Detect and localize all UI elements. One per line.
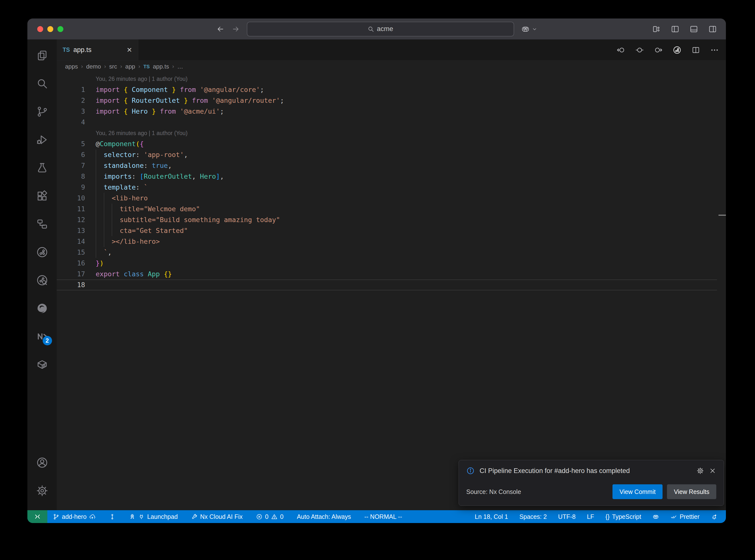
code-line-7[interactable]: 7 standalone: true, [57,160,717,171]
code-line-16[interactable]: 16}) [57,258,717,269]
nx-graph-icon[interactable] [673,46,681,55]
customize-layout-button[interactable] [652,25,661,34]
auto-attach[interactable]: Auto Attach: Always [297,513,351,520]
code-line-6[interactable]: 6 selector: 'app-root', [57,149,717,160]
source-control-icon[interactable] [30,100,54,123]
code-line-4[interactable]: 4 [57,117,717,128]
code-line-10[interactable]: 10 <lib-hero [57,193,717,204]
breadcrumb-item-apps[interactable]: apps [65,63,78,70]
toggle-secondary-sidebar-button[interactable] [708,25,717,34]
breadcrumb-item-[interactable]: … [177,63,183,70]
code-line-17[interactable]: 17export class App {} [57,269,717,280]
line-number-18[interactable]: 18 [57,280,85,290]
code-line-18[interactable]: 18 [57,280,717,291]
code-line-5[interactable]: 5@Component({ [57,139,717,149]
line-number-12[interactable]: 12 [57,215,85,225]
code-line-15[interactable]: 15 `, [57,247,717,258]
line-content: export class App {} [85,269,172,280]
zoom-window-button[interactable] [57,26,63,32]
more-actions-icon[interactable] [710,46,719,55]
edge-devtools-icon[interactable] [30,296,54,320]
explorer-icon[interactable] [30,43,54,67]
line-number-11[interactable]: 11 [57,204,85,215]
line-number-3[interactable]: 3 [57,106,85,117]
nx-console-icon[interactable]: 2 [30,324,54,348]
breadcrumb-item-app[interactable]: app [125,63,135,70]
code-editor[interactable]: You, 26 minutes ago | 1 author (You)1imp… [57,73,726,510]
toggle-primary-sidebar-button[interactable] [671,25,679,34]
remote-indicator[interactable] [27,510,47,523]
line-number-17[interactable]: 17 [57,269,85,280]
formatter-prettier[interactable]: Prettier [671,513,699,520]
problems[interactable]: 00 [256,513,283,520]
testing-icon[interactable] [30,156,54,180]
line-number-5[interactable]: 5 [57,139,85,149]
line-number-15[interactable]: 15 [57,247,85,258]
language-mode[interactable]: {}TypeScript [605,513,641,520]
code-line-13[interactable]: 13 cta="Get Started" [57,225,717,236]
launchpad[interactable]: Launchpad [129,513,178,520]
breadcrumb-item-src[interactable]: src [109,63,117,70]
notification-close-icon[interactable] [709,467,716,475]
indentation[interactable]: Spaces: 2 [519,513,547,520]
run-and-debug-icon[interactable] [30,128,54,152]
tab-app-ts[interactable]: TS app.ts ✕ [57,39,138,60]
line-number-14[interactable]: 14 [57,236,85,247]
settings-icon[interactable] [30,479,54,503]
notification-settings-icon[interactable] [697,467,704,475]
next-change-icon[interactable] [654,46,663,55]
code-line-12[interactable]: 12 subtitle="Build something amazing tod… [57,215,717,225]
minimize-window-button[interactable] [47,26,53,32]
breadcrumb-item-demo[interactable]: demo [86,63,101,70]
code-line-14[interactable]: 14 ></lib-hero> [57,236,717,247]
status-text: LF [587,513,594,520]
notifications-bell[interactable] [711,514,717,520]
nx-cloud-ai-fix[interactable]: Nx Cloud AI Fix [191,513,243,520]
code-line-2[interactable]: 2import { RouterOutlet } from '@angular/… [57,95,717,106]
code-line-3[interactable]: 3import { Hero } from '@acme/ui'; [57,106,717,117]
breadcrumb-item-appts[interactable]: app.ts [153,63,169,70]
close-window-button[interactable] [37,26,43,32]
code-line-8[interactable]: 8 imports: [RouterOutlet, Hero], [57,171,717,182]
nx-graph-focus-icon[interactable] [30,268,54,292]
split-editor-icon[interactable] [691,46,700,55]
changes-icon[interactable] [635,46,644,55]
line-number-8[interactable]: 8 [57,171,85,182]
toggle-panel-button[interactable] [690,25,698,34]
close-tab-icon[interactable]: ✕ [126,46,132,54]
code-line-9[interactable]: 9 template: ` [57,182,717,193]
title-bar[interactable]: acme [27,19,726,39]
accounts-icon[interactable] [30,451,54,475]
code-line-11[interactable]: 11 title="Welcmoe demo" [57,204,717,215]
nav-forward-icon[interactable] [232,25,240,33]
git-branch-publish[interactable]: add-hero [53,513,96,520]
view-results-button[interactable]: View Results [667,484,716,499]
nx-project-view-icon[interactable] [30,212,54,236]
line-number-10[interactable]: 10 [57,193,85,204]
line-number-7[interactable]: 7 [57,160,85,171]
nav-back-icon[interactable] [216,25,225,33]
previous-change-icon[interactable] [616,46,625,55]
view-commit-button[interactable]: View Commit [613,484,662,499]
line-number-1[interactable]: 1 [57,84,85,95]
search-icon[interactable] [30,72,54,95]
copilot-menu-button[interactable] [521,25,537,34]
cursor-position[interactable]: Ln 18, Col 1 [475,513,508,520]
line-number-13[interactable]: 13 [57,225,85,236]
git-commit-indicator[interactable] [109,514,116,520]
line-content: imports: [RouterOutlet, Hero], [85,171,224,182]
extensions-icon[interactable] [30,184,54,208]
vim-mode[interactable]: -- NORMAL -- [364,513,402,520]
encoding[interactable]: UTF-8 [558,513,576,520]
containers-icon[interactable] [30,353,54,376]
line-number-2[interactable]: 2 [57,95,85,106]
copilot-status[interactable] [652,514,659,520]
line-number-16[interactable]: 16 [57,258,85,269]
command-center-search[interactable]: acme [247,22,514,37]
line-number-9[interactable]: 9 [57,182,85,193]
line-number-6[interactable]: 6 [57,149,85,160]
nx-graph-icon[interactable] [30,240,54,264]
code-line-1[interactable]: 1import { Component } from '@angular/cor… [57,84,717,95]
eol[interactable]: LF [587,513,594,520]
line-number-4[interactable]: 4 [57,117,85,128]
